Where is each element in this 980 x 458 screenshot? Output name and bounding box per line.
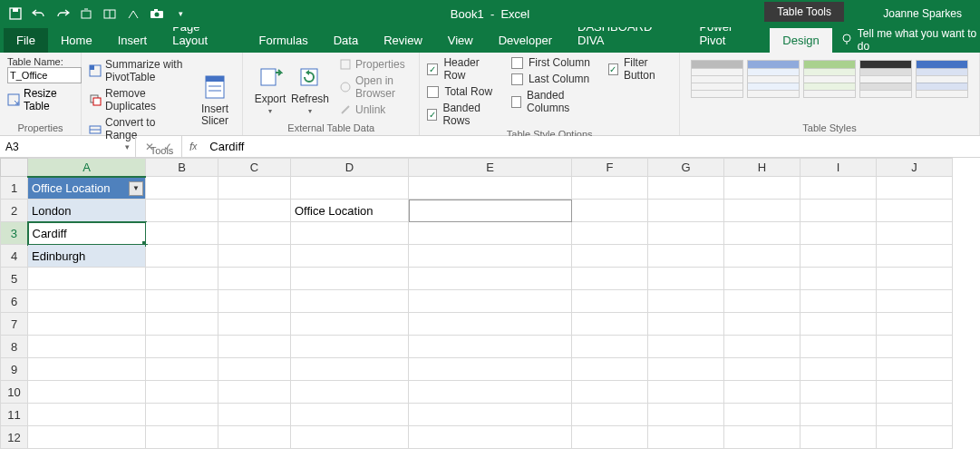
- cell-G2[interactable]: [648, 200, 724, 222]
- cell-A11[interactable]: [28, 404, 146, 426]
- row-header-1[interactable]: 1: [1, 177, 28, 200]
- qat-btn-2[interactable]: [100, 4, 120, 24]
- row-header-7[interactable]: 7: [1, 313, 28, 336]
- cell-F10[interactable]: [572, 381, 648, 404]
- cell-D4[interactable]: [291, 245, 409, 268]
- export-button[interactable]: Export ▾: [250, 56, 290, 121]
- cell-I7[interactable]: [800, 313, 877, 336]
- cell-E10[interactable]: [409, 381, 572, 404]
- cell-F12[interactable]: [572, 426, 648, 449]
- cell-E1[interactable]: [409, 177, 572, 200]
- cell-B11[interactable]: [146, 404, 218, 426]
- chk-header-row[interactable]: ✓Header Row: [427, 56, 499, 82]
- cell-A1[interactable]: Office Location▼: [28, 177, 146, 200]
- name-box[interactable]: A3 ▾: [0, 136, 136, 157]
- cell-F3[interactable]: [572, 222, 648, 245]
- tab-file[interactable]: File: [4, 28, 48, 53]
- undo-icon[interactable]: [29, 4, 49, 24]
- cell-A7[interactable]: [28, 313, 146, 336]
- cell-A4[interactable]: Edinburgh: [28, 245, 146, 268]
- insert-slicer-button[interactable]: Insert Slicer: [195, 56, 235, 143]
- chk-first-column[interactable]: First Column: [511, 56, 596, 69]
- table-style-thumb[interactable]: [803, 60, 856, 98]
- cell-D5[interactable]: [291, 268, 409, 290]
- cell-J1[interactable]: [877, 177, 953, 200]
- row-header-5[interactable]: 5: [1, 268, 28, 290]
- enter-icon[interactable]: ✓: [163, 141, 172, 153]
- cell-H8[interactable]: [724, 336, 800, 358]
- cell-D1[interactable]: [291, 177, 409, 200]
- cell-B7[interactable]: [146, 313, 218, 336]
- cell-G1[interactable]: [648, 177, 724, 200]
- cell-H1[interactable]: [724, 177, 800, 200]
- formula-input[interactable]: [204, 136, 980, 157]
- cell-J11[interactable]: [877, 404, 953, 426]
- tab-review[interactable]: Review: [371, 28, 435, 53]
- chk-banded-columns[interactable]: Banded Columns: [511, 89, 596, 114]
- cell-J7[interactable]: [877, 313, 953, 336]
- cell-C3[interactable]: [218, 222, 291, 245]
- cell-B8[interactable]: [146, 336, 218, 358]
- cell-A3[interactable]: Cardiff: [28, 222, 146, 245]
- column-header-B[interactable]: B: [146, 159, 218, 177]
- cell-I8[interactable]: [800, 336, 877, 358]
- cell-G4[interactable]: [648, 245, 724, 268]
- cell-E4[interactable]: [409, 245, 572, 268]
- cell-G8[interactable]: [648, 336, 724, 358]
- cell-B4[interactable]: [146, 245, 218, 268]
- cell-B2[interactable]: [146, 200, 218, 222]
- cell-C7[interactable]: [218, 313, 291, 336]
- table-style-thumb[interactable]: [916, 60, 968, 98]
- cell-B10[interactable]: [146, 381, 218, 404]
- cell-G11[interactable]: [648, 404, 724, 426]
- cell-H5[interactable]: [724, 268, 800, 290]
- cell-F2[interactable]: [572, 200, 648, 222]
- cell-E6[interactable]: [409, 290, 572, 313]
- cell-A2[interactable]: London: [28, 200, 146, 222]
- cell-C4[interactable]: [218, 245, 291, 268]
- cell-E2[interactable]: [409, 200, 572, 222]
- cell-J10[interactable]: [877, 381, 953, 404]
- tab-view[interactable]: View: [435, 28, 486, 53]
- column-header-G[interactable]: G: [648, 159, 724, 177]
- table-name-input[interactable]: [7, 67, 82, 83]
- save-icon[interactable]: [5, 4, 25, 24]
- tab-formulas[interactable]: Formulas: [247, 28, 321, 53]
- cell-G10[interactable]: [648, 381, 724, 404]
- cell-J8[interactable]: [877, 336, 953, 358]
- cell-G5[interactable]: [648, 268, 724, 290]
- cell-A5[interactable]: [28, 268, 146, 290]
- cell-E11[interactable]: [409, 404, 572, 426]
- cell-E5[interactable]: [409, 268, 572, 290]
- cell-B6[interactable]: [146, 290, 218, 313]
- summarize-pivot-button[interactable]: Summarize with PivotTable: [89, 56, 189, 85]
- row-header-2[interactable]: 2: [1, 200, 28, 222]
- tab-data[interactable]: Data: [321, 28, 371, 53]
- cell-C9[interactable]: [218, 358, 291, 381]
- column-header-E[interactable]: E: [409, 159, 572, 177]
- cell-J6[interactable]: [877, 290, 953, 313]
- cell-D11[interactable]: [291, 404, 409, 426]
- cell-D2[interactable]: Office Location: [291, 200, 409, 222]
- cell-F11[interactable]: [572, 404, 648, 426]
- cell-C5[interactable]: [218, 268, 291, 290]
- cell-E8[interactable]: [409, 336, 572, 358]
- cell-D10[interactable]: [291, 381, 409, 404]
- cell-J5[interactable]: [877, 268, 953, 290]
- row-header-3[interactable]: 3: [1, 222, 28, 245]
- cell-H4[interactable]: [724, 245, 800, 268]
- cell-E3[interactable]: [409, 222, 572, 245]
- user-name[interactable]: Joanne Sparkes: [883, 7, 962, 20]
- cell-A9[interactable]: [28, 358, 146, 381]
- cell-F9[interactable]: [572, 358, 648, 381]
- cell-H11[interactable]: [724, 404, 800, 426]
- row-header-8[interactable]: 8: [1, 336, 28, 358]
- remove-duplicates-button[interactable]: Remove Duplicates: [89, 85, 189, 114]
- cell-E7[interactable]: [409, 313, 572, 336]
- cell-C1[interactable]: [218, 177, 291, 200]
- column-header-I[interactable]: I: [800, 159, 877, 177]
- cell-G9[interactable]: [648, 358, 724, 381]
- cell-H2[interactable]: [724, 200, 800, 222]
- cell-B5[interactable]: [146, 268, 218, 290]
- cell-G6[interactable]: [648, 290, 724, 313]
